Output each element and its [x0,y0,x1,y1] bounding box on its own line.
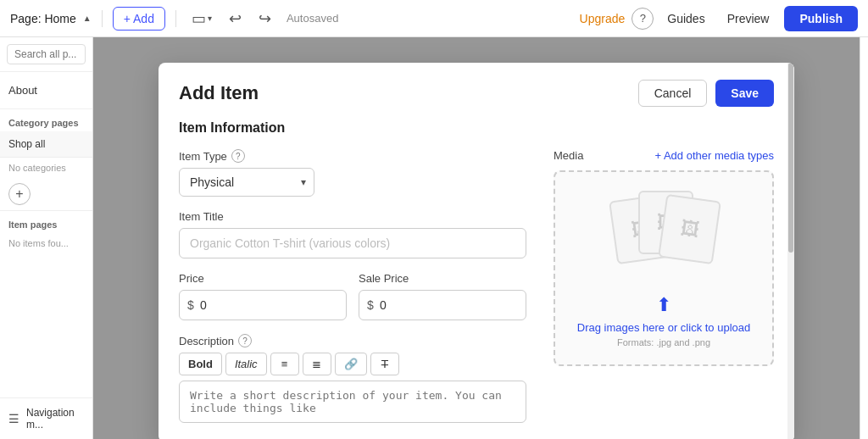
device-chevron-icon: ▾ [208,14,212,23]
item-type-help-icon[interactable]: ? [231,149,245,163]
price-symbol: $ [187,298,194,312]
price-input-container: $ [179,290,347,320]
center-area: Add Item Cancel Save Item Information [93,37,860,439]
item-type-select-wrapper: Physical Digital Service ▾ [179,168,314,197]
add-button[interactable]: + Add [113,7,165,31]
item-title-input[interactable] [179,228,526,258]
right-sidebar [860,37,868,439]
question-icon: ? [640,12,646,25]
price-label: Price [179,272,347,285]
modal-scrollbar-thumb [788,63,793,253]
link-button[interactable]: 🔗 [335,353,367,375]
sidebar-search-area [0,37,92,72]
navigation-label: Navigation m... [26,407,84,431]
description-group: Description ? Bold Italic ≡ ≣ 🔗 T̶ [179,334,526,426]
nav-menu-icon: ☰ [8,412,19,425]
toolbar-divider2 [175,10,176,27]
media-header: Media + Add other media types [554,149,774,162]
upload-text: Drag images here or click to upload [577,321,751,334]
text-style-button[interactable]: T̶ [370,353,399,375]
item-type-group: Item Type ? Physical Digital Service [179,149,526,197]
sale-price-symbol: $ [367,298,374,312]
search-input[interactable] [7,44,86,64]
price-row: Price $ Sal [179,272,526,320]
italic-button[interactable]: Italic [225,353,267,375]
form-right: Media + Add other media types 🖼 🖼 [554,149,774,439]
modal-header: Add Item Cancel Save [159,63,794,120]
category-pages-header: Category pages [0,109,92,131]
device-toggle-button[interactable]: ▭ ▾ [186,6,217,31]
modal-scrollbar[interactable] [787,63,794,439]
form-columns: Item Type ? Physical Digital Service [179,149,774,439]
modal-title: Add Item [179,82,259,104]
toolbar: Page: Home ▲ + Add ▭ ▾ ↩ ↪ Autosaved Upg… [0,0,868,37]
bold-button[interactable]: Bold [179,353,222,375]
undo-button[interactable]: ↩ [224,6,247,31]
item-type-select[interactable]: Physical Digital Service [179,168,314,197]
redo-button[interactable]: ↪ [253,6,276,31]
page-chevron-icon[interactable]: ▲ [83,14,92,23]
item-pages-header: Item pages [0,210,92,233]
sale-price-input[interactable] [359,290,526,320]
preview-button[interactable]: Preview [719,8,778,29]
media-formats-text: Formats: .jpg and .png [617,337,710,347]
image-icon-3: 🖼 [679,217,700,242]
save-button[interactable]: Save [715,80,774,107]
main-area: About Category pages Shop all No categor… [0,37,868,439]
add-media-link[interactable]: + Add other media types [654,149,774,162]
media-dropzone[interactable]: 🖼 🖼 🖼 ⬆ [554,170,774,366]
item-title-label: Item Title [179,210,526,223]
sale-price-label: Sale Price [359,272,526,285]
media-placeholder-3: 🖼 [658,194,721,264]
no-items-label: No items fou... [0,233,92,253]
ordered-list-button[interactable]: ≣ [303,353,331,375]
toolbar-divider [102,10,103,27]
sale-price-input-container: $ [359,290,526,320]
modal-overlay: Add Item Cancel Save Item Information [93,37,860,439]
upload-icon: ⬆ [656,294,671,316]
media-preview: 🖼 🖼 🖼 [613,189,715,265]
description-label: Description ? [179,334,526,347]
sidebar: About Category pages Shop all No categor… [0,37,93,439]
section-title: Item Information [179,120,774,136]
redo-icon: ↪ [259,9,271,28]
page-name: Page: Home ▲ [10,12,92,25]
description-help-icon[interactable]: ? [238,334,252,347]
sidebar-item-shop-all[interactable]: Shop all [0,131,92,158]
description-textarea[interactable] [179,381,526,423]
price-input[interactable] [179,290,347,320]
upgrade-link[interactable]: Upgrade [580,12,626,25]
sale-price-wrapper: Sale Price $ [359,272,526,320]
media-label: Media [554,149,583,162]
price-wrapper: Price $ [179,272,347,320]
navigation-item[interactable]: ☰ Navigation m... [0,397,92,439]
no-categories-label: No categories [0,158,92,178]
modal-actions: Cancel Save [638,80,774,107]
item-title-group: Item Title [179,210,526,258]
undo-icon: ↩ [229,9,242,28]
help-button[interactable]: ? [632,8,654,30]
modal-body: Item Information Item Type ? [159,120,794,439]
guides-button[interactable]: Guides [660,8,711,29]
add-category-button[interactable]: + [8,183,31,205]
publish-button[interactable]: Publish [784,6,858,31]
item-type-label: Item Type ? [179,149,526,163]
form-left: Item Type ? Physical Digital Service [179,149,526,439]
add-item-modal: Add Item Cancel Save Item Information [159,63,794,439]
autosaved-status: Autosaved [287,12,338,25]
price-group: Price $ Sal [179,272,526,320]
description-toolbar: Bold Italic ≡ ≣ 🔗 T̶ [179,353,526,375]
unordered-list-button[interactable]: ≡ [270,353,299,375]
desktop-icon: ▭ [192,9,206,28]
sidebar-item-about[interactable]: About [0,72,92,109]
cancel-button[interactable]: Cancel [638,80,708,107]
